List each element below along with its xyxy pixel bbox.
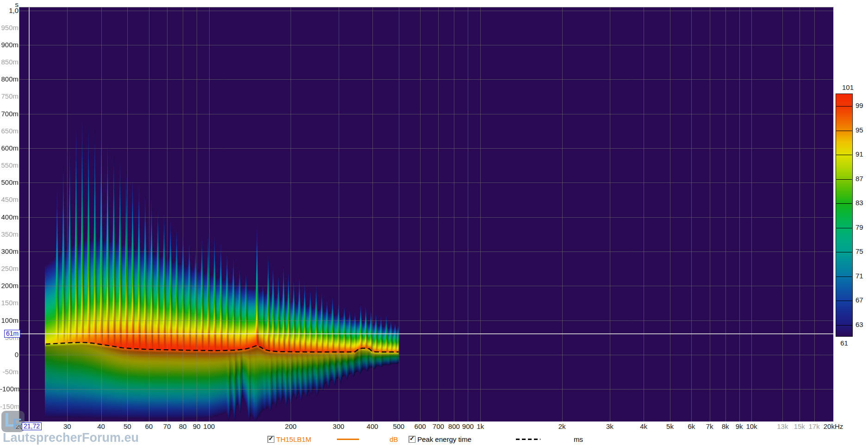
y-tick-label: 800m (0, 75, 19, 83)
x-tick-label: 10k (741, 423, 762, 430)
y-tick-label: 650m (0, 127, 19, 135)
peak-energy-visibility-checkbox[interactable] (409, 436, 415, 443)
y-tick-label: 500m (0, 179, 19, 186)
series-label: TH15LB1M (276, 436, 311, 443)
peak-energy-label: Peak energy time (417, 436, 471, 443)
cursor-time-readout: 61m (4, 330, 20, 338)
x-tick-label: 400 (362, 423, 383, 430)
peak-energy-dash-sample (516, 439, 540, 440)
colorbar-tick-label: 67 (856, 296, 863, 304)
y-tick-label: 950m (0, 24, 19, 31)
y-tick-label: 200m (0, 282, 19, 289)
y-tick-label: 250m (0, 265, 19, 272)
colorbar-tick (836, 155, 852, 155)
colorbar-tick-label: 75 (856, 248, 863, 255)
y-tick-label: -50m (0, 368, 19, 376)
x-tick-label: 1k (470, 423, 490, 430)
colorbar-tick (836, 106, 852, 107)
y-tick-label: 350m (0, 231, 19, 238)
series-unit-label: dB (390, 436, 398, 443)
x-tick-label: 4k (633, 423, 654, 430)
x-tick-label: 6k (681, 423, 701, 430)
x-tick-label: 60 (139, 423, 159, 430)
y-tick-label: 300m (0, 248, 19, 255)
colorbar-tick (836, 325, 852, 326)
colorbar-tick (836, 276, 852, 277)
colorbar-tick (836, 131, 852, 131)
y-tick-label: 0 (0, 351, 19, 358)
x-tick-label: 5k (660, 423, 680, 430)
y-tick-label: 550m (0, 162, 19, 169)
cursor-frequency-readout: 21,72 (22, 422, 42, 430)
colorbar-tick-label: 63 (856, 321, 863, 328)
x-tick-label: 500 (389, 423, 409, 430)
colorbar-tick (836, 203, 852, 204)
colorbar-tick (836, 179, 852, 180)
y-tick-label: 750m (0, 93, 19, 100)
watermark-logo: LF (1, 411, 25, 432)
series-line-sample (337, 439, 359, 440)
x-tick-label: 20kHz (821, 423, 846, 430)
y-tick-label: 1,0 (0, 7, 19, 14)
y-tick-label: 900m (0, 41, 19, 49)
colorbar-tick-label: 83 (856, 199, 863, 207)
x-tick-label: 300 (329, 423, 349, 430)
y-tick-label: 450m (0, 196, 19, 203)
colorbar-tick (836, 301, 852, 301)
x-tick-label: 2k (552, 423, 572, 430)
x-tick-label: 30 (57, 423, 77, 430)
y-tick-label: 400m (0, 214, 19, 221)
colorbar-tick-label: 91 (856, 151, 863, 158)
y-tick-label: -150m (0, 403, 19, 410)
spectrogram-app: s 1,0950m900m850m800m750m700m650m600m550… (0, 0, 868, 446)
colorbar (836, 94, 853, 337)
colorbar-tick-label: 99 (856, 102, 863, 109)
y-tick-label: 700m (0, 110, 19, 118)
x-tick-label: 200 (280, 423, 301, 430)
y-tick-label: 150m (0, 299, 19, 307)
y-tick-label: 100m (0, 317, 19, 324)
peak-energy-unit-label: ms (574, 436, 583, 443)
colorbar-tick-label: 95 (856, 126, 863, 134)
x-tick-label: 100 (199, 423, 219, 430)
colorbar-tick-label: 71 (856, 272, 863, 280)
watermark-text: LautsprecherForum.eu (3, 431, 139, 445)
x-tick-label: 50 (117, 423, 137, 430)
y-tick-label: -100m (0, 385, 19, 393)
y-tick-label: 850m (0, 58, 19, 66)
colorbar-tick-label: 79 (856, 224, 863, 231)
colorbar-min-label: 61 (836, 339, 853, 347)
colorbar-tick (836, 228, 852, 228)
spectrogram-canvas[interactable] (19, 7, 833, 421)
x-tick-label: 600 (410, 423, 430, 430)
colorbar-max-label: 101 (842, 83, 861, 91)
colorbar-tick (836, 252, 852, 252)
y-tick-label: 600m (0, 144, 19, 152)
x-tick-label: 40 (91, 423, 112, 430)
x-tick-label: 3k (600, 423, 620, 430)
colorbar-tick-label: 87 (856, 175, 863, 182)
series-visibility-checkbox[interactable] (267, 436, 274, 443)
